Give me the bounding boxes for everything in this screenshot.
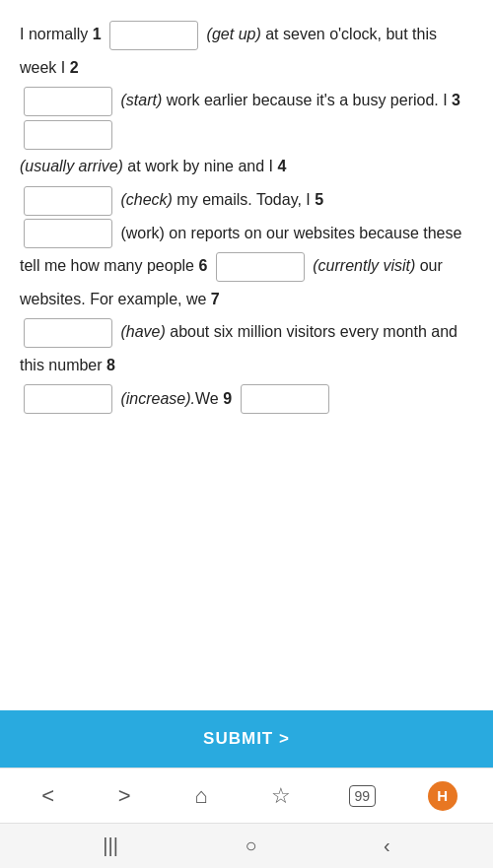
- bottom-bar: ||| ○ ‹: [0, 823, 493, 868]
- bookmark-button[interactable]: ☆: [265, 777, 297, 815]
- input-3[interactable]: [24, 120, 112, 150]
- text-start: (start) work earlier because it's a busy…: [116, 92, 460, 108]
- tabs-button[interactable]: 99: [349, 785, 377, 807]
- text-increase: (increase).We 9: [116, 390, 237, 407]
- input-9[interactable]: [241, 384, 329, 414]
- submit-label: SUBMIT >: [203, 729, 290, 749]
- text-usually-arrive: (usually arrive) at work by nine and I 4: [20, 158, 286, 174]
- back-button[interactable]: <: [35, 777, 60, 815]
- input-7[interactable]: [24, 318, 112, 348]
- menu-icon[interactable]: |||: [103, 835, 118, 857]
- input-5[interactable]: [24, 219, 112, 248]
- input-8[interactable]: [24, 384, 112, 414]
- forward-button[interactable]: >: [112, 777, 137, 815]
- exercise-content: I normally 1 (get up) at seven o'clock, …: [0, 0, 493, 710]
- back-chevron-icon[interactable]: ‹: [384, 835, 390, 857]
- input-4[interactable]: [24, 186, 112, 216]
- input-1[interactable]: [109, 21, 198, 50]
- input-6[interactable]: [216, 252, 305, 282]
- text-i-normally: I normally 1: [20, 26, 106, 42]
- text-check: (check) my emails. Today, I 5: [116, 191, 323, 208]
- home-button[interactable]: ⌂: [188, 777, 213, 815]
- home-circle-icon[interactable]: ○: [245, 835, 256, 857]
- user-avatar[interactable]: H: [428, 781, 458, 811]
- navigation-bar: < > ⌂ ☆ 99 H: [0, 768, 493, 823]
- submit-button[interactable]: SUBMIT >: [0, 710, 493, 768]
- input-2[interactable]: [24, 87, 112, 116]
